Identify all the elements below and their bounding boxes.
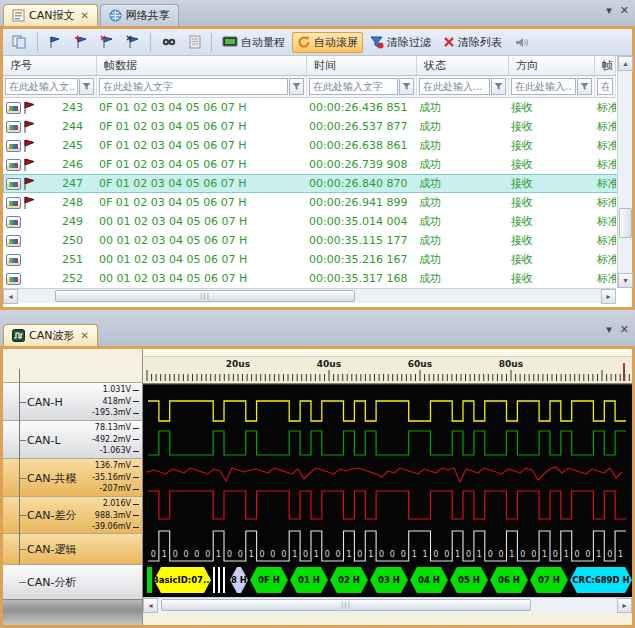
panel-close-icon[interactable]: ✕ <box>620 4 629 17</box>
toolbar-button-refresh[interactable]: 自动滚屏 <box>292 32 363 53</box>
filter-input-5[interactable] <box>597 78 613 95</box>
svg-text:0: 0 <box>173 550 178 559</box>
waveform-icon <box>12 329 25 342</box>
toolbar-button-filter-clear[interactable]: 清除过滤 <box>365 32 436 53</box>
table-row[interactable]: 25200 01 02 03 04 05 06 07 H00:00:35.317… <box>3 269 632 288</box>
flag-icon <box>23 120 35 134</box>
analysis-block[interactable]: 02 H <box>330 567 368 593</box>
cell-time: 00:00:35.115 177 <box>307 234 417 247</box>
filter-funnel-icon[interactable] <box>577 78 592 95</box>
scope-display[interactable]: 0100001001000101001010001100101001001010… <box>143 384 632 597</box>
analysis-block[interactable]: 8 H <box>230 567 248 593</box>
list-button[interactable] <box>184 32 206 53</box>
speaker-button[interactable] <box>509 32 533 53</box>
analysis-block-label: 06 H <box>498 575 520 585</box>
channel-row-can-h[interactable]: CAN-H1.031V418mV-195.3mV <box>3 382 142 420</box>
analysis-block[interactable]: 05 H <box>450 567 488 593</box>
tab-can-waveform[interactable]: CAN波形 ✕ <box>3 324 98 346</box>
panel-menu-icon[interactable]: ▾ <box>606 323 612 336</box>
panel-menu-icon[interactable]: ▾ <box>606 4 612 17</box>
toolbar-button-label: 清除过滤 <box>387 35 431 50</box>
table-row[interactable]: 25100 01 02 03 04 05 06 07 H00:00:35.216… <box>3 250 632 269</box>
analysis-block-marker[interactable] <box>213 567 228 593</box>
hscroll-thumb[interactable]: ||| <box>55 290 355 302</box>
analysis-block[interactable]: 06 H <box>490 567 528 593</box>
hscroll-left-icon[interactable]: ◂ <box>143 598 158 613</box>
analysis-block[interactable]: 03 H <box>370 567 408 593</box>
table-row[interactable]: 2470F 01 02 03 04 05 06 07 H00:00:26.840… <box>3 174 632 193</box>
cell-seq: 252 <box>41 272 97 285</box>
table-row[interactable]: 2480F 01 02 03 04 05 06 07 H00:00:26.941… <box>3 193 632 212</box>
hscroll-thumb[interactable]: ||| <box>161 599 531 611</box>
filter-input-3[interactable] <box>419 78 490 95</box>
cell-time: 00:00:26.840 870 <box>307 177 417 190</box>
column-header-5[interactable]: 帧 <box>595 56 616 76</box>
svg-text:1: 1 <box>292 550 297 559</box>
hscroll-left-icon[interactable]: ◂ <box>3 289 18 304</box>
filter-funnel-icon[interactable] <box>289 78 304 95</box>
vscroll-down-icon[interactable]: ▾ <box>618 273 633 288</box>
analysis-block[interactable]: 0F H <box>250 567 288 593</box>
table-row[interactable]: 2430F 01 02 03 04 05 06 07 H00:00:26.436… <box>3 98 632 117</box>
table-header-row: 序号帧数据时间状态方向帧 <box>3 56 632 76</box>
analysis-block-label: 07 H <box>538 575 560 585</box>
table-row[interactable]: 2440F 01 02 03 04 05 06 07 H00:00:26.537… <box>3 117 632 136</box>
channel-row-can-[interactable]: CAN-差分2.016V988.3mV-39.06mV <box>3 496 142 533</box>
analysis-block-marker[interactable] <box>147 567 152 593</box>
column-header-4[interactable]: 方向 <box>509 56 595 76</box>
analysis-block[interactable]: CRC:689D H <box>570 567 632 593</box>
tab-network-share[interactable]: 网络共享 <box>100 4 179 26</box>
hscroll-right-icon[interactable]: ▸ <box>601 289 616 304</box>
column-header-1[interactable]: 帧数据 <box>97 56 307 76</box>
tab-close-icon[interactable]: ✕ <box>80 330 88 341</box>
cell-seq: 248 <box>41 196 97 209</box>
time-ruler[interactable]: 20us40us60us80us <box>143 357 632 384</box>
tab-close-icon[interactable]: ✕ <box>80 10 88 21</box>
cell-type: 标准帧 <box>595 100 616 115</box>
filter-input-0[interactable] <box>5 78 78 95</box>
column-header-0[interactable]: 序号 <box>3 56 97 76</box>
filter-funnel-icon[interactable] <box>399 78 414 95</box>
toolbar-button-screen[interactable]: 自动量程 <box>217 32 290 53</box>
table-row[interactable]: 24900 01 02 03 04 05 06 07 H00:00:35.014… <box>3 212 632 231</box>
copy-button[interactable] <box>7 32 32 53</box>
vscroll-thumb[interactable] <box>619 208 632 238</box>
marker-flag-del-button[interactable] <box>95 32 119 53</box>
panel-close-icon[interactable]: ✕ <box>620 323 629 336</box>
row-icons <box>3 196 41 210</box>
filter-funnel-icon[interactable] <box>79 78 94 95</box>
search-button[interactable] <box>156 32 182 53</box>
filter-funnel-icon[interactable] <box>491 78 506 95</box>
analysis-block[interactable]: 01 H <box>290 567 328 593</box>
scale-value: -492.2mV <box>92 434 139 446</box>
message-icon <box>6 197 21 209</box>
table-row[interactable]: 2460F 01 02 03 04 05 06 07 H00:00:26.739… <box>3 155 632 174</box>
analysis-block[interactable]: 07 H <box>530 567 568 593</box>
tab-can-messages[interactable]: CAN报文 ✕ <box>3 4 98 26</box>
table-row[interactable]: 25000 01 02 03 04 05 06 07 H00:00:35.115… <box>3 231 632 250</box>
channel-row-can-[interactable]: CAN-共模136.7mV-35.16mV-207mV <box>3 458 142 496</box>
column-header-3[interactable]: 状态 <box>417 56 509 76</box>
column-header-2[interactable]: 时间 <box>307 56 417 76</box>
marker-flag-add-button[interactable] <box>69 32 93 53</box>
channel-row-can-l[interactable]: CAN-L78.13mV-492.2mV-1.063V <box>3 420 142 458</box>
filter-input-2[interactable] <box>309 78 398 95</box>
table-vscrollbar[interactable]: ▴ ▾ <box>617 56 632 288</box>
cell-time: 00:00:26.436 851 <box>307 101 417 114</box>
toolbar-button-clear-list[interactable]: 清除列表 <box>438 32 507 53</box>
filter-input-4[interactable] <box>511 78 576 95</box>
table-hscrollbar[interactable]: ◂ ||| ▸ <box>3 288 616 303</box>
analysis-block[interactable]: 04 H <box>410 567 448 593</box>
channel-name: CAN-H <box>27 395 63 408</box>
hscroll-right-icon[interactable]: ▸ <box>617 598 632 613</box>
marker-flag-1-button[interactable] <box>43 32 67 53</box>
svg-text:0: 0 <box>194 550 199 559</box>
waveform-hscrollbar[interactable]: ◂ ||| ▸ <box>143 597 632 612</box>
marker-flag-clear-button[interactable] <box>121 32 145 53</box>
channel-row-can-[interactable]: CAN-逻辑 <box>3 533 142 564</box>
analysis-block[interactable]: BasicID:07... <box>154 567 211 593</box>
table-row[interactable]: 2450F 01 02 03 04 05 06 07 H00:00:26.638… <box>3 136 632 155</box>
filter-input-1[interactable] <box>99 78 288 95</box>
vscroll-up-icon[interactable]: ▴ <box>618 56 633 71</box>
channel-row-can-[interactable]: CAN-分析 <box>3 564 142 599</box>
